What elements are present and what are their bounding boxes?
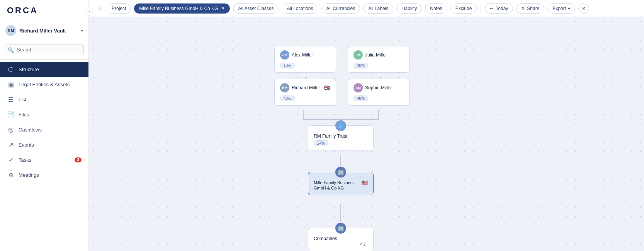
company-icon: 🏢	[335, 167, 346, 178]
node-name: Companies	[314, 236, 368, 241]
tasks-icon: ✓	[7, 156, 15, 164]
node-alex-miller[interactable]: AM Alex Miller 10%	[274, 46, 336, 73]
node-avatar: JM	[353, 50, 363, 60]
vault-avatar: RM	[5, 25, 16, 36]
node-rm-family-trust[interactable]: 💧 RM Family Trust 24%	[308, 125, 374, 150]
node-avatar: AM	[280, 50, 289, 60]
sidebar-item-label: Legal Entities & Assets	[19, 82, 70, 87]
sidebar-item-files[interactable]: 📄 Files	[0, 107, 88, 122]
today-icon: ↩	[490, 6, 494, 11]
node-name: Richard Miller	[292, 85, 320, 90]
node-name: Julia Miller	[365, 52, 387, 58]
node-name: Mille Family Business GmbH & Co KG	[314, 180, 360, 191]
close-icon: ✕	[221, 6, 225, 11]
node-avatar: RM	[280, 83, 289, 92]
sidebar-item-label: Tasks	[19, 157, 31, 163]
flag-icon: 🇺🇸	[362, 180, 368, 186]
expand-count: 2	[363, 242, 365, 246]
sidebar-item-tasks[interactable]: ✓ Tasks 3	[0, 152, 88, 167]
toolbar-btn-asset-classes[interactable]: All Asset Classes	[233, 3, 279, 14]
sidebar-item-structure[interactable]: ⬡ Structure	[0, 62, 88, 77]
node-avatar: SM	[353, 83, 363, 92]
node-percent: 10%	[280, 63, 295, 68]
list-icon: ☰	[7, 96, 15, 103]
sidebar-item-cashflows[interactable]: ◎ Cashflows	[0, 122, 88, 137]
sidebar-nav: ⬡ Structure ▣ Legal Entities & Assets ☰ …	[0, 60, 88, 251]
logo: ORCA	[7, 5, 38, 15]
toolbar-btn-exclude[interactable]: Exclude	[450, 3, 477, 14]
vault-selector[interactable]: RM Richard Miller Vault ▾	[0, 21, 88, 40]
toolbar-btn-share[interactable]: ⇧ Share	[516, 3, 544, 14]
expand-icon: ✓	[359, 242, 362, 246]
node-name: Alex Miller	[292, 52, 313, 58]
tasks-badge: 3	[75, 157, 82, 162]
expand-controls[interactable]: ✓ 2	[314, 241, 368, 247]
files-icon: 📄	[7, 111, 15, 118]
toolbar: ☆ Project Mille Family Business GmbH & C…	[89, 0, 644, 17]
node-percent: 10%	[353, 63, 368, 68]
org-chart-canvas[interactable]: AM Alex Miller 10% JM Julia Miller 10% R…	[89, 17, 644, 251]
toolbar-btn-liability[interactable]: Liability	[396, 3, 422, 14]
toolbar-btn-notes[interactable]: Notes	[425, 3, 447, 14]
node-julia-miller[interactable]: JM Julia Miller 10%	[348, 46, 410, 73]
meetings-icon: ⊕	[7, 171, 15, 179]
companies-icon: 🏢	[335, 223, 346, 234]
node-name: Sophie Miller	[365, 85, 392, 90]
legal-entities-icon: ▣	[7, 81, 15, 88]
sidebar-item-label: List	[19, 97, 26, 102]
toolbar-btn-labels[interactable]: All Labels	[363, 3, 393, 14]
toolbar-btn-export[interactable]: Export ▾	[547, 3, 575, 14]
node-sophie-miller[interactable]: SM Sophie Miller 40%	[348, 79, 410, 106]
vault-chevron-icon: ▾	[81, 29, 83, 33]
events-icon: ↗	[7, 141, 15, 149]
star-button[interactable]: ☆	[95, 3, 104, 14]
share-icon: ⇧	[521, 6, 525, 11]
sidebar-item-label: Structure	[19, 67, 39, 72]
sidebar-item-label: Events	[19, 142, 34, 148]
node-percent: 40%	[353, 96, 368, 101]
vault-name: Richard Miller Vault	[19, 28, 66, 34]
search-input[interactable]	[5, 44, 84, 55]
cashflows-icon: ◎	[7, 126, 15, 133]
toolbar-btn-today[interactable]: ↩ Today	[485, 3, 513, 14]
node-name: RM Family Trust	[314, 133, 368, 139]
toolbar-btn-selected-entity[interactable]: Mille Family Business GmbH & Co KG ✕	[134, 3, 230, 14]
node-mille-family-business[interactable]: 🏢 Mille Family Business GmbH & Co KG 🇺🇸	[308, 172, 374, 195]
trust-icon: 💧	[335, 120, 346, 131]
sidebar-item-events[interactable]: ↗ Events	[0, 137, 88, 152]
toolbar-btn-currencies[interactable]: All Currencies	[321, 3, 360, 14]
sidebar-item-label: Cashflows	[19, 127, 42, 133]
toolbar-divider	[481, 4, 481, 13]
flag-icon: 🇬🇧	[324, 85, 330, 91]
export-chevron-icon: ▾	[568, 6, 570, 11]
sidebar-item-legal-entities[interactable]: ▣ Legal Entities & Assets	[0, 77, 88, 92]
sidebar-item-meetings[interactable]: ⊕ Meetings	[0, 167, 88, 183]
toolbar-btn-locations[interactable]: All Locations	[282, 3, 318, 14]
more-icon: ✕	[582, 6, 586, 11]
sidebar-item-list[interactable]: ☰ List	[0, 92, 88, 107]
node-percent: 40%	[280, 96, 295, 101]
logo-area: ORCA	[0, 0, 88, 21]
sidebar-item-label: Meetings	[19, 172, 39, 178]
search-icon: 🔍	[8, 47, 14, 53]
sidebar: ‹‹ ORCA RM Richard Miller Vault ▾ 🔍 ⬡ St…	[0, 0, 89, 251]
node-companies[interactable]: 🏢 Companies ✓ 2	[308, 228, 374, 251]
node-richard-miller[interactable]: RM Richard Miller 🇬🇧 40%	[274, 79, 336, 106]
toolbar-btn-extra[interactable]: ✕	[578, 3, 589, 14]
search-area: 🔍	[0, 40, 88, 60]
node-percent: 24%	[314, 140, 328, 146]
toolbar-btn-project[interactable]: Project	[107, 3, 131, 14]
main-content: ☆ Project Mille Family Business GmbH & C…	[89, 0, 644, 251]
sidebar-item-label: Files	[19, 112, 29, 118]
sidebar-collapse-button[interactable]: ‹‹	[85, 7, 93, 15]
structure-icon: ⬡	[7, 66, 15, 73]
